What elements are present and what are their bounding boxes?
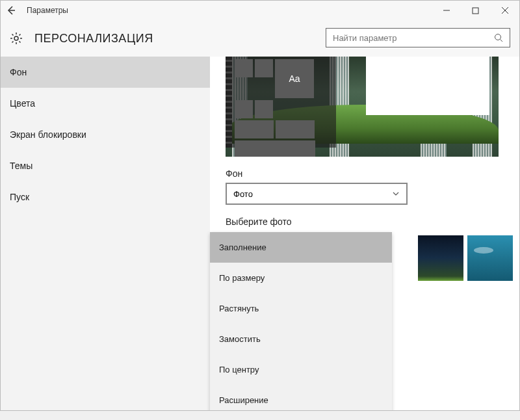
window-controls bbox=[432, 1, 519, 20]
fit-option-center[interactable]: По центру bbox=[210, 354, 392, 385]
sidebar-item-start[interactable]: Пуск bbox=[1, 181, 210, 213]
sidebar-item-label: Цвета bbox=[10, 98, 35, 109]
minimize-icon bbox=[443, 7, 450, 14]
desktop-preview: Aa bbox=[226, 57, 499, 157]
svg-point-2 bbox=[495, 34, 501, 40]
fit-option-fill[interactable]: Заполнение bbox=[210, 232, 392, 263]
svg-rect-0 bbox=[473, 8, 478, 14]
dd-item-label: По центру bbox=[219, 365, 259, 374]
titlebar: Параметры bbox=[1, 1, 519, 20]
dd-item-label: Замостить bbox=[219, 334, 261, 344]
sidebar-item-label: Пуск bbox=[10, 192, 29, 202]
dd-item-label: Расширение bbox=[219, 395, 268, 405]
preview-taskbar bbox=[226, 57, 232, 148]
dd-item-label: Заполнение bbox=[219, 243, 266, 252]
search-box[interactable] bbox=[326, 28, 510, 47]
recent-photos bbox=[418, 235, 513, 281]
svg-point-1 bbox=[14, 36, 18, 40]
settings-window: Параметры ПЕРСОНАЛИЗАЦИЯ Фон bbox=[0, 0, 520, 411]
fit-option-tile[interactable]: Замостить bbox=[210, 324, 392, 354]
fit-dropdown: Заполнение По размеру Растянуть Замостит… bbox=[210, 232, 392, 410]
preview-sample-tile: Aa bbox=[275, 59, 314, 98]
fit-option-span[interactable]: Расширение bbox=[210, 385, 392, 410]
fit-option-fit[interactable]: По размеру bbox=[210, 263, 392, 293]
maximize-icon bbox=[472, 7, 479, 14]
combo-value: Фото bbox=[233, 189, 253, 199]
sidebar-item-label: Темы bbox=[10, 161, 32, 171]
body: Фон Цвета Экран блокировки Темы Пуск Aa bbox=[1, 57, 519, 410]
sidebar-item-label: Фон bbox=[10, 67, 27, 77]
fit-option-stretch[interactable]: Растянуть bbox=[210, 293, 392, 324]
sidebar-item-label: Экран блокировки bbox=[10, 129, 86, 140]
sidebar-item-colors[interactable]: Цвета bbox=[1, 88, 210, 119]
arrow-left-icon bbox=[6, 5, 16, 16]
search-container bbox=[326, 28, 510, 47]
photo-thumbnail[interactable] bbox=[467, 235, 513, 281]
close-icon bbox=[501, 7, 509, 14]
minimize-button[interactable] bbox=[432, 1, 461, 20]
sidebar-item-background[interactable]: Фон bbox=[1, 57, 210, 88]
maximize-button[interactable] bbox=[461, 1, 490, 20]
search-icon bbox=[494, 33, 503, 42]
sidebar-item-lockscreen[interactable]: Экран блокировки bbox=[1, 119, 210, 150]
header: ПЕРСОНАЛИЗАЦИЯ bbox=[1, 20, 519, 57]
background-type-combo[interactable]: Фото bbox=[226, 183, 408, 205]
search-input[interactable] bbox=[333, 33, 494, 43]
chevron-down-icon bbox=[392, 190, 400, 198]
background-label: Фон bbox=[226, 168, 519, 179]
preview-window-pane bbox=[366, 57, 489, 115]
gear-icon bbox=[10, 32, 23, 45]
window-title: Параметры bbox=[27, 6, 68, 15]
back-button[interactable] bbox=[1, 1, 21, 20]
sidebar: Фон Цвета Экран блокировки Темы Пуск bbox=[1, 57, 210, 410]
content: Aa Фон Фото Выберите фото Заполнен bbox=[210, 57, 519, 410]
close-button[interactable] bbox=[490, 1, 519, 20]
page-title: ПЕРСОНАЛИЗАЦИЯ bbox=[34, 32, 153, 46]
choose-photo-label: Выберите фото bbox=[226, 217, 519, 227]
photo-thumbnail[interactable] bbox=[418, 235, 463, 281]
preview-start-menu: Aa bbox=[232, 57, 336, 148]
sidebar-item-themes[interactable]: Темы bbox=[1, 150, 210, 181]
dd-item-label: По размеру bbox=[219, 273, 265, 283]
dd-item-label: Растянуть bbox=[219, 304, 259, 313]
